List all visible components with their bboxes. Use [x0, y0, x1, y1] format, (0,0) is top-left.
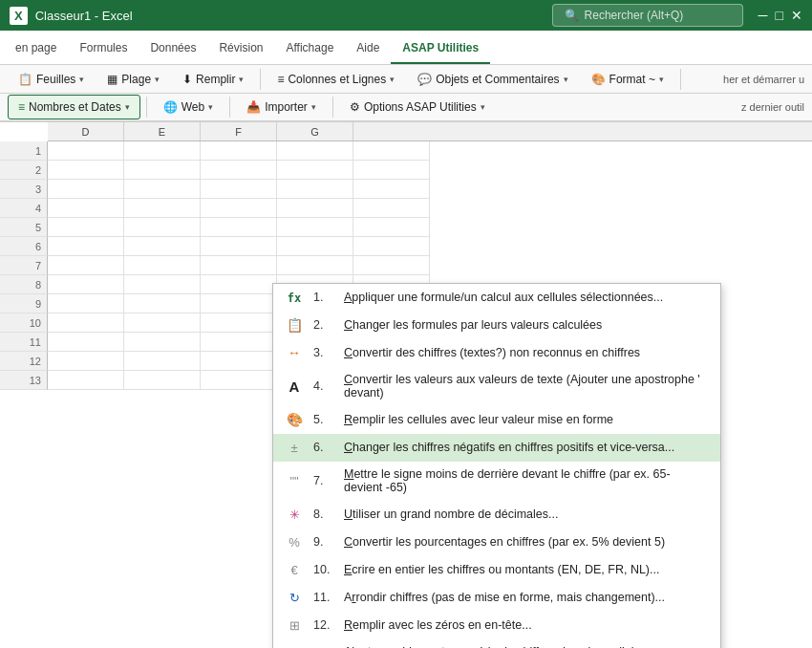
objets-chevron: ▾ — [564, 75, 568, 84]
grid-cell[interactable] — [48, 371, 124, 390]
grid-cell[interactable] — [201, 237, 277, 256]
row-number: 12 — [0, 352, 48, 371]
grid-cell[interactable] — [48, 313, 124, 333]
btn-importer[interactable]: 📥 Importer ▾ — [236, 95, 327, 119]
tab-formules[interactable]: Formules — [68, 33, 139, 64]
grid-cell[interactable] — [48, 237, 124, 256]
grid-cell[interactable] — [201, 161, 277, 180]
grid-cell[interactable] — [201, 218, 277, 237]
menu-item-text: Remplir avec les zéros en en-tête... — [344, 618, 532, 632]
grid-cell[interactable] — [201, 313, 277, 333]
grid-cell[interactable] — [201, 256, 277, 275]
btn-nombres-dates[interactable]: ≡ Nombres et Dates ▾ — [8, 95, 140, 119]
grid-cell[interactable] — [48, 161, 124, 180]
grid-cell[interactable] — [48, 333, 124, 352]
menu-item-number: 4. — [313, 379, 334, 393]
grid-cell[interactable] — [201, 333, 277, 352]
grid-cell[interactable] — [277, 237, 353, 256]
btn-format[interactable]: 🎨 Format ~ ▾ — [581, 67, 674, 92]
grid-cell[interactable] — [124, 333, 201, 352]
grid-cell[interactable] — [124, 352, 201, 371]
grid-cell[interactable] — [201, 294, 277, 313]
tab-mise-en-page[interactable]: en page — [4, 33, 68, 64]
menu-item[interactable]: 🎨5.Remplir les cellules avec leur valeur… — [273, 406, 720, 434]
grid-cell[interactable] — [201, 180, 277, 199]
grid-cell[interactable] — [353, 161, 430, 180]
grid-cell[interactable] — [48, 256, 124, 275]
grid-cell[interactable] — [124, 294, 201, 313]
grid-cell[interactable] — [48, 218, 124, 237]
btn-plage[interactable]: ▦ Plage ▾ — [96, 67, 170, 92]
maximize-icon[interactable]: □ — [776, 8, 783, 23]
search-box[interactable]: 🔍 Rechercher (Alt+Q) — [552, 4, 743, 27]
grid-cell[interactable] — [48, 199, 124, 218]
grid-cell[interactable] — [353, 141, 430, 161]
menu-item[interactable]: A4.Convertir les valeurs aux valeurs de … — [273, 367, 720, 406]
menu-item[interactable]: ↻11.Arrondir chiffres (pas de mise en fo… — [273, 584, 720, 612]
grid-cell[interactable] — [353, 237, 430, 256]
grid-cell[interactable] — [124, 141, 201, 161]
menu-item[interactable]: ""7.Mettre le signe moins de derrière de… — [273, 462, 720, 501]
grid-cell[interactable] — [201, 352, 277, 371]
grid-cell[interactable] — [48, 294, 124, 313]
menu-item[interactable]: %9.Convertir les pourcentages en chiffre… — [273, 529, 720, 556]
nombres-dates-chevron: ▾ — [125, 102, 130, 112]
grid-cell[interactable] — [353, 199, 430, 218]
menu-item[interactable]: ⊞12.Remplir avec les zéros en en-tête... — [273, 612, 720, 639]
grid-cell[interactable] — [48, 352, 124, 371]
menu-item[interactable]: ±6.Changer les chiffres négatifs en chif… — [273, 434, 720, 462]
minimize-icon[interactable]: ─ — [759, 8, 768, 23]
grid-cell[interactable] — [124, 161, 201, 180]
menu-item-text: Arrondir chiffres (pas de mise en forme,… — [344, 591, 665, 604]
grid-cell[interactable] — [124, 256, 201, 275]
tab-donnees[interactable]: Données — [139, 33, 207, 64]
grid-cell[interactable] — [277, 218, 353, 237]
btn-remplir[interactable]: ⬇ Remplir ▾ — [172, 67, 254, 92]
menu-item[interactable]: ↔3.Convertir des chiffres (textes?) non … — [273, 339, 720, 367]
btn-colonnes-lignes[interactable]: ≡ Colonnes et Lignes ▾ — [267, 67, 405, 92]
grid-cell[interactable] — [277, 199, 353, 218]
grid-cell[interactable] — [201, 371, 277, 390]
grid-cell[interactable] — [277, 180, 353, 199]
remplir-chevron: ▾ — [239, 75, 244, 84]
grid-cell[interactable] — [201, 199, 277, 218]
tab-revision[interactable]: Révision — [207, 33, 274, 64]
menu-item[interactable]: fx1.Appliquer une formule/un calcul aux … — [273, 284, 720, 312]
close-icon[interactable]: ✕ — [791, 8, 802, 23]
grid-cell[interactable] — [124, 218, 201, 237]
btn-objets-commentaires[interactable]: 💬 Objets et Commentaires ▾ — [407, 67, 578, 92]
main-content: D E F G 12345678910111213 fx1.Appliquer … — [0, 122, 812, 648]
tab-asap[interactable]: ASAP Utilities — [391, 33, 490, 64]
menu-item[interactable]: ☰13.Ajouter rapidement une série de chif… — [273, 639, 720, 648]
btn-feuilles[interactable]: 📋 Feuilles ▾ — [8, 67, 95, 92]
menu-item[interactable]: 📋2.Changer les formules par leurs valeur… — [273, 312, 720, 339]
grid-cell[interactable] — [277, 256, 353, 275]
btn-options-asap[interactable]: ⚙ Options ASAP Utilities ▾ — [339, 95, 496, 119]
menu-item[interactable]: ✳8.Utiliser un grand nombre de décimales… — [273, 501, 720, 529]
menu-item-text: Ecrire en entier les chiffres ou montant… — [344, 563, 659, 576]
tab-aide[interactable]: Aide — [345, 33, 391, 64]
grid-cell[interactable] — [124, 199, 201, 218]
grid-cell[interactable] — [48, 180, 124, 199]
btn-web[interactable]: 🌐 Web ▾ — [153, 95, 224, 119]
grid-cell[interactable] — [353, 218, 430, 237]
grid-cell[interactable] — [201, 275, 277, 294]
grid-cell[interactable] — [353, 180, 430, 199]
col-header-G: G — [277, 122, 353, 140]
grid-cell[interactable] — [201, 141, 277, 161]
grid-cell[interactable] — [124, 371, 201, 390]
grid-cell[interactable] — [124, 180, 201, 199]
grid-cell[interactable] — [124, 237, 201, 256]
grid-cell[interactable] — [124, 313, 201, 333]
grid-cell[interactable] — [353, 256, 430, 275]
menu-item[interactable]: €10.Ecrire en entier les chiffres ou mon… — [273, 556, 720, 584]
tab-affichage[interactable]: Affichage — [274, 33, 345, 64]
row-number: 13 — [0, 371, 48, 390]
grid-cell[interactable] — [277, 161, 353, 180]
grid-cell[interactable] — [48, 275, 124, 294]
grid-cell[interactable] — [48, 141, 124, 161]
grid-cell[interactable] — [124, 275, 201, 294]
menu-item-text: Mettre le signe moins de derrière devant… — [344, 467, 709, 494]
search-icon: 🔍 — [565, 9, 579, 22]
grid-cell[interactable] — [277, 141, 353, 161]
